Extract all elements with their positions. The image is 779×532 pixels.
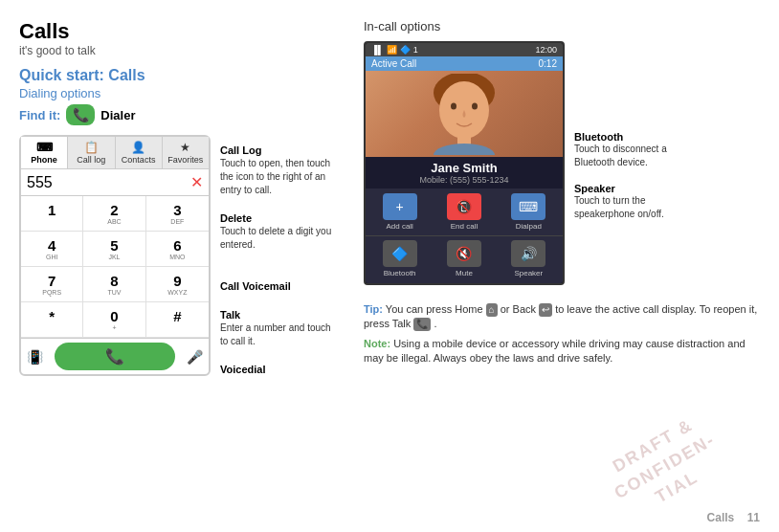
tip-note-area: Tip: You can press Home ⌂ or Back ↩ to l…: [364, 302, 760, 366]
svg-point-2: [451, 102, 456, 109]
dial-input-display: 555: [27, 174, 190, 191]
annotation-call-voicemail: Call Voicemail: [220, 280, 345, 292]
talk-icon: 📞: [413, 318, 431, 331]
dial-input-row: 555 ✕: [21, 169, 209, 196]
contact-number: Mobile: (555) 555-1234: [371, 175, 557, 185]
key-4[interactable]: 4GHI: [21, 232, 83, 267]
call-timer: 0:12: [539, 58, 557, 69]
dialpad-button[interactable]: ⌨ Dialpad: [511, 193, 545, 231]
bluetooth-icon: 🔷: [383, 240, 417, 267]
active-call-bar: Active Call 0:12: [366, 56, 563, 71]
quick-start-heading: Quick start: Calls: [19, 67, 345, 84]
find-it-row: Find it: 📞 Dialer: [19, 104, 345, 125]
svg-point-5: [434, 144, 495, 155]
speaker-icon: 🔊: [511, 240, 545, 267]
key-6[interactable]: 6MNO: [146, 232, 209, 267]
call-button[interactable]: 📞: [55, 343, 175, 370]
call-buttons-row1: + Add call 📵 End call ⌨ Dialpad: [366, 188, 563, 235]
annotation-talk: Talk Enter a number and touchto call it.: [220, 309, 345, 348]
contact-info-area: Jane Smith Mobile: (555) 555-1234: [366, 157, 563, 188]
page-number: Calls 11: [707, 511, 760, 524]
mute-label: Mute: [456, 269, 473, 277]
add-call-icon: +: [383, 193, 417, 220]
left-main-area: ⌨ Phone 📋 Call log 👤 Contacts ★: [19, 135, 345, 376]
signal-bars: 1: [413, 45, 418, 55]
bluetooth-status-icon: 🔷: [400, 45, 411, 55]
key-1[interactable]: 1: [21, 196, 83, 232]
tab-call-log[interactable]: 📋 Call log: [68, 137, 115, 168]
back-icon: ↩: [539, 303, 552, 317]
tip-text2: or Back: [501, 303, 539, 315]
find-it-app: Dialer: [100, 108, 135, 122]
left-column: Calls it's good to talk Quick start: Cal…: [19, 19, 345, 513]
key-2[interactable]: 2ABC: [83, 196, 145, 232]
bluetooth-button[interactable]: 🔷 Bluetooth: [383, 240, 417, 277]
end-call-label: End call: [451, 222, 478, 231]
note-text: Using a mobile device or accessory while…: [364, 338, 746, 364]
note-line: Note: Using a mobile device or accessory…: [364, 337, 760, 366]
page-subtitle: it's good to talk: [19, 44, 345, 57]
note-label: Note:: [364, 338, 390, 349]
key-star[interactable]: *: [21, 302, 83, 338]
tab-contacts[interactable]: 👤 Contacts: [116, 137, 163, 168]
in-call-heading: In-call options: [364, 19, 760, 33]
tip-text: You can press Home: [386, 303, 486, 315]
contact-name: Jane Smith: [371, 161, 557, 175]
signal-icon: ▐▌: [371, 45, 384, 55]
tip-label: Tip:: [364, 303, 383, 315]
contact-photo: [366, 71, 563, 157]
end-call-icon: 📵: [447, 193, 481, 220]
dialpad-icon: ⌨: [511, 193, 545, 220]
annotation-bluetooth: Bluetooth Touch to disconnect aBluetooth…: [574, 131, 667, 169]
svg-point-3: [472, 102, 478, 109]
status-time: 12:00: [535, 45, 557, 55]
status-left: ▐▌ 📶 🔷 1: [371, 45, 418, 55]
key-0[interactable]: 0+: [83, 302, 145, 338]
tip-line: Tip: You can press Home ⌂ or Back ↩ to l…: [364, 302, 760, 332]
annotation-speaker: Speaker Touch to turn thespeakerphone on…: [574, 183, 667, 221]
delete-button[interactable]: ✕: [190, 173, 203, 191]
dialpad-label: Dialpad: [516, 222, 542, 231]
annotation-call-log: Call Log Touch to open, then touchthe ic…: [220, 144, 345, 197]
annotation-voicedial: Voicedial: [220, 364, 345, 375]
tab-favorites[interactable]: ★ Favorites: [163, 137, 209, 168]
key-5[interactable]: 5JKL: [83, 232, 145, 267]
key-7[interactable]: 7PQRS: [21, 267, 83, 302]
bluetooth-label: Bluetooth: [384, 269, 416, 277]
call-buttons-row2: 🔷 Bluetooth 🔇 Mute 🔊 Speaker: [366, 235, 563, 283]
add-call-button[interactable]: + Add call: [383, 193, 417, 231]
dial-grid: 1 2ABC 3DEF 4GHI 5JKL 6MNO 7PQRS 8TUV 9W…: [21, 196, 209, 339]
right-column: In-call options ▐▌ 📶 🔷 1 12:00 Active Ca…: [364, 19, 760, 513]
wifi-icon: 📶: [387, 45, 397, 55]
right-annotations: Bluetooth Touch to disconnect aBluetooth…: [574, 41, 667, 295]
dialer-icon: 📞: [66, 104, 95, 125]
mic-icon[interactable]: 🎤: [187, 349, 203, 365]
phone-mockup: ⌨ Phone 📋 Call log 👤 Contacts ★: [19, 135, 211, 376]
left-annotations: Call Log Touch to open, then touchthe ic…: [220, 144, 345, 390]
key-hash[interactable]: #: [146, 302, 209, 338]
right-main-area: ▐▌ 📶 🔷 1 12:00 Active Call 0:12: [364, 41, 760, 295]
annotation-delete: Delete Touch to delete a digit youentere…: [220, 212, 345, 252]
active-call-label: Active Call: [371, 58, 416, 69]
speaker-label: Speaker: [514, 269, 543, 277]
phone-screen-mockup: ▐▌ 📶 🔷 1 12:00 Active Call 0:12: [364, 41, 565, 285]
speaker-button[interactable]: 🔊 Speaker: [511, 240, 545, 277]
contact-avatar: [431, 74, 498, 155]
key-8[interactable]: 8TUV: [83, 267, 145, 302]
end-call-button[interactable]: 📵 End call: [447, 193, 481, 231]
mute-button[interactable]: 🔇 Mute: [447, 240, 481, 277]
home-icon: ⌂: [486, 303, 498, 317]
voicemail-icon[interactable]: 📳: [27, 349, 43, 365]
dial-bottom-row: 📳 📞 🎤: [21, 339, 209, 374]
find-it-label: Find it:: [19, 108, 60, 122]
add-call-label: Add call: [386, 222, 412, 231]
phone-tab-bar: ⌨ Phone 📋 Call log 👤 Contacts ★: [21, 137, 209, 169]
status-bar: ▐▌ 📶 🔷 1 12:00: [366, 43, 563, 56]
key-3[interactable]: 3DEF: [146, 196, 209, 232]
mute-icon: 🔇: [447, 240, 481, 267]
page-title: Calls: [19, 19, 345, 44]
tab-phone[interactable]: ⌨ Phone: [21, 137, 68, 168]
phone-ui: ⌨ Phone 📋 Call log 👤 Contacts ★: [19, 135, 211, 376]
dialing-options-label: Dialing options: [19, 86, 345, 100]
key-9[interactable]: 9WXYZ: [146, 267, 209, 302]
